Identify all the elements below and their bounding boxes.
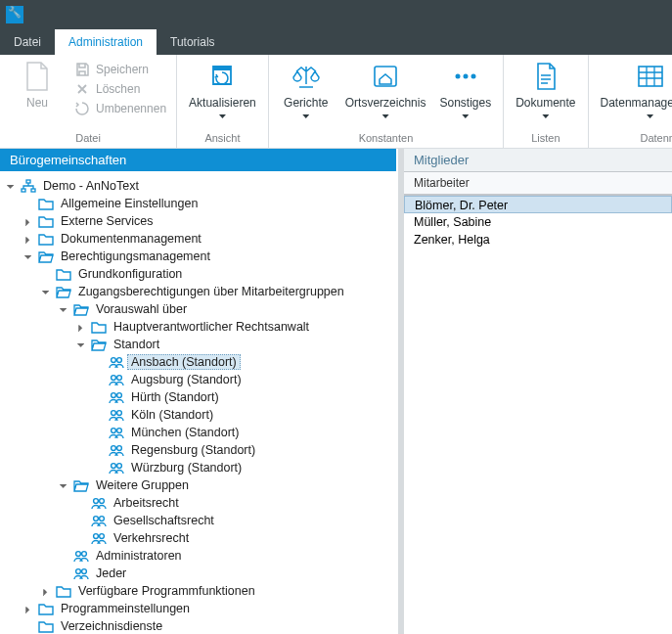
list-item[interactable]: Zenker, Helga bbox=[404, 231, 672, 249]
tree-node-label: Standort bbox=[110, 337, 163, 352]
tree-root[interactable]: ⏷Demo - AnNoText bbox=[4, 177, 392, 195]
tree-berechtigungsmanagement[interactable]: ⏷Berechtigungsmanagement bbox=[4, 248, 392, 265]
expander-icon[interactable]: ⏷ bbox=[57, 304, 70, 315]
refresh-button[interactable]: Aktualisieren bbox=[185, 59, 260, 118]
tree-arbeitsrecht[interactable]: Arbeitsrecht bbox=[4, 494, 392, 512]
group-icon bbox=[72, 548, 90, 564]
scales-icon bbox=[291, 61, 322, 92]
svg-point-14 bbox=[112, 393, 116, 398]
list-item[interactable]: Blömer, Dr. Peter bbox=[404, 196, 672, 213]
tree-verkehrsrecht[interactable]: Verkehrsrecht bbox=[4, 529, 392, 547]
expander-icon[interactable]: ⏷ bbox=[57, 480, 70, 491]
tree-standort[interactable]: ⏷Standort bbox=[4, 336, 392, 353]
tree-administratoren[interactable]: Administratoren bbox=[4, 547, 392, 565]
svg-point-13 bbox=[117, 376, 122, 381]
tree-allgemeine[interactable]: Allgemeine Einstellungen bbox=[4, 195, 392, 212]
svg-point-22 bbox=[112, 464, 116, 469]
svg-point-10 bbox=[112, 358, 116, 363]
tree-weitere-gruppen[interactable]: ⏷Weitere Gruppen bbox=[4, 476, 392, 494]
tree-hauptverantwortlicher[interactable]: ⏵Hauptverantwortlicher Rechtsanwalt bbox=[4, 318, 392, 336]
tree-node-label: Hauptverantwortlicher Rechtsanwalt bbox=[110, 319, 313, 335]
svg-rect-0 bbox=[375, 67, 396, 86]
svg-point-11 bbox=[117, 358, 122, 363]
tree-node-label: Köln (Standort) bbox=[127, 407, 217, 423]
org-icon bbox=[20, 178, 37, 194]
delete-button[interactable]: Löschen bbox=[72, 80, 168, 98]
tree-augsburg[interactable]: Augsburg (Standort) bbox=[4, 371, 392, 388]
folder-open-icon bbox=[90, 337, 108, 352]
svg-point-26 bbox=[94, 517, 99, 521]
svg-point-24 bbox=[94, 499, 99, 504]
tree-muenchen[interactable]: München (Standort) bbox=[4, 424, 392, 441]
folder-icon bbox=[37, 196, 55, 211]
save-button[interactable]: Speichern bbox=[72, 61, 168, 78]
tree-huerth[interactable]: Hürth (Standort) bbox=[4, 388, 392, 406]
expander-icon[interactable]: ⏷ bbox=[39, 287, 53, 297]
svg-rect-8 bbox=[22, 189, 25, 192]
expander-icon[interactable]: ⏵ bbox=[22, 234, 35, 245]
tree-node-label: Allgemeine Einstellungen bbox=[57, 196, 202, 211]
refresh-icon bbox=[206, 61, 238, 92]
sonstiges-button[interactable]: Sonstiges bbox=[435, 59, 495, 118]
expander-icon[interactable]: ⏵ bbox=[74, 322, 88, 333]
tree-jeder[interactable]: Jeder bbox=[4, 565, 392, 582]
tree-node-label: Regensburg (Standort) bbox=[127, 442, 259, 458]
svg-point-33 bbox=[82, 569, 87, 574]
tree-ansbach[interactable]: Ansbach (Standort) bbox=[4, 353, 392, 371]
tree-node-label: Arbeitsrecht bbox=[110, 495, 183, 511]
tree-dokumentenmanagement[interactable]: ⏵Dokumentenmanagement bbox=[4, 230, 392, 248]
folder-icon bbox=[90, 319, 108, 335]
expander-icon[interactable]: ⏵ bbox=[22, 604, 35, 614]
ribbon-group-label-ansicht: Ansicht bbox=[185, 130, 260, 148]
svg-rect-7 bbox=[26, 180, 30, 183]
tree-node-label: Verzeichnisdienste bbox=[57, 618, 166, 634]
tree-wuerzburg[interactable]: Würzburg (Standort) bbox=[4, 459, 392, 476]
tree-node-label: Externe Services bbox=[57, 213, 157, 229]
folder-icon bbox=[37, 618, 55, 634]
tree-verfuegbare-prog[interactable]: ⏵Verfügbare Programmfunktionen bbox=[4, 582, 392, 600]
gerichte-button[interactable]: Gerichte bbox=[277, 59, 336, 118]
tree-verzeichnisdienste[interactable]: Verzeichnisdienste bbox=[4, 617, 392, 634]
tree-node-label: Vorauswahl über bbox=[92, 301, 191, 317]
save-icon bbox=[74, 62, 90, 77]
expander-icon[interactable]: ⏷ bbox=[74, 340, 88, 350]
menu-tutorials[interactable]: Tutorials bbox=[157, 29, 229, 55]
tree-node-label: Zugangsberechtigungen über Mitarbeitergr… bbox=[74, 284, 348, 299]
members-list[interactable]: Blömer, Dr. PeterMüller, SabineZenker, H… bbox=[404, 195, 672, 634]
tree-regensburg[interactable]: Regensburg (Standort) bbox=[4, 441, 392, 459]
tree-view[interactable]: ⏷Demo - AnNoTextAllgemeine Einstellungen… bbox=[0, 171, 396, 634]
dokumente-button[interactable]: Dokumente bbox=[512, 59, 579, 118]
datenmanagement-button[interactable]: Datenmanagement bbox=[597, 59, 672, 118]
rename-button[interactable]: Umbenennen bbox=[72, 100, 168, 117]
expander-icon[interactable]: ⏷ bbox=[4, 181, 18, 192]
expander-icon[interactable]: ⏵ bbox=[22, 216, 35, 227]
svg-point-19 bbox=[117, 429, 122, 433]
svg-point-21 bbox=[117, 446, 122, 451]
tree-grundkonfiguration[interactable]: Grundkonfiguration bbox=[4, 265, 392, 283]
tree-externe-services[interactable]: ⏵Externe Services bbox=[4, 212, 392, 230]
tree-node-label: Würzburg (Standort) bbox=[127, 460, 246, 476]
group-icon bbox=[108, 442, 125, 458]
ribbon-group-label-konstanten: Konstanten bbox=[277, 130, 495, 148]
group-icon bbox=[108, 354, 125, 370]
svg-point-15 bbox=[117, 393, 122, 398]
folder-open-icon bbox=[55, 284, 72, 299]
tree-zugangsberechtigungen[interactable]: ⏷Zugangsberechtigungen über Mitarbeiterg… bbox=[4, 283, 392, 300]
expander-icon[interactable]: ⏵ bbox=[39, 586, 53, 597]
tree-node-label: Berechtigungsmanagement bbox=[57, 249, 214, 264]
menu-file[interactable]: Datei bbox=[0, 29, 55, 55]
menu-administration[interactable]: Administration bbox=[55, 29, 157, 55]
group-icon bbox=[90, 530, 108, 546]
tree-vorauswahl[interactable]: ⏷Vorauswahl über bbox=[4, 300, 392, 318]
ortsverzeichnis-button[interactable]: Ortsverzeichnis bbox=[341, 59, 430, 118]
expander-icon[interactable]: ⏷ bbox=[22, 251, 35, 262]
tree-gesellschaftsrecht[interactable]: Gesellschaftsrecht bbox=[4, 512, 392, 529]
tree-koeln[interactable]: Köln (Standort) bbox=[4, 406, 392, 424]
list-item[interactable]: Müller, Sabine bbox=[404, 213, 672, 231]
list-column-header[interactable]: Mitarbeiter bbox=[404, 171, 672, 195]
svg-rect-4 bbox=[639, 67, 662, 86]
new-button[interactable]: Neu bbox=[8, 59, 67, 110]
tree-node-label: Programmeinstellungen bbox=[57, 601, 194, 616]
svg-point-3 bbox=[470, 74, 475, 79]
tree-programmeinstellungen[interactable]: ⏵Programmeinstellungen bbox=[4, 600, 392, 617]
